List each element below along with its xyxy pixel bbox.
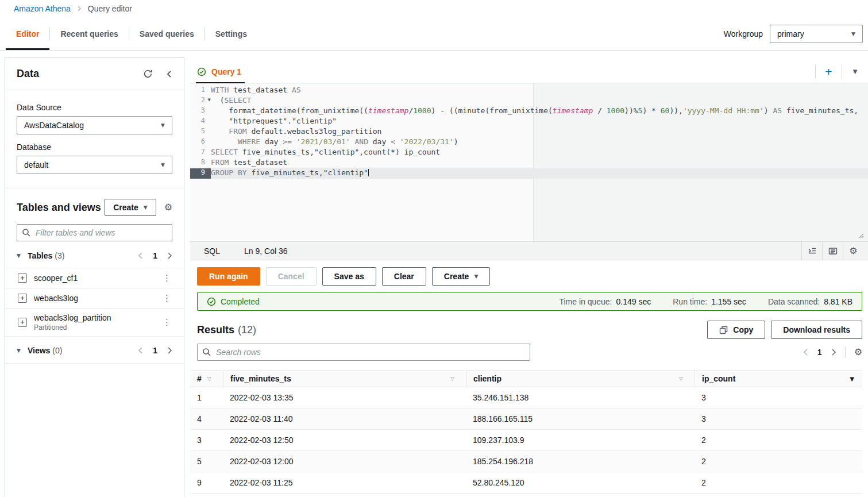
code-line-5[interactable]: 5 FROM default.webacls3log_partition xyxy=(190,127,868,137)
results-page-next-icon[interactable] xyxy=(831,348,836,356)
line-number: 9 xyxy=(190,168,211,179)
sql-code-editor[interactable]: 1WITH test_dataset AS2▼ (SELECT3 format_… xyxy=(190,83,868,241)
download-results-button[interactable]: Download results xyxy=(771,321,862,339)
data-source-value: AwsDataCatalog xyxy=(24,121,84,130)
copy-button[interactable]: Copy xyxy=(707,321,765,339)
code-line-6[interactable]: 6 WHERE day >= '2021/03/01' AND day < '2… xyxy=(190,137,868,148)
search-icon xyxy=(202,348,211,357)
search-rows-input[interactable] xyxy=(197,344,530,361)
code-text: WHERE day >= '2021/03/01' AND day < '202… xyxy=(211,137,458,148)
gear-icon[interactable]: ⚙ xyxy=(164,203,172,212)
query-success-icon xyxy=(197,67,206,76)
refresh-icon[interactable] xyxy=(143,69,153,79)
data-source-select[interactable]: AwsDataCatalog ▼ xyxy=(17,116,172,134)
views-section-count: (0) xyxy=(52,346,62,355)
run-again-button[interactable]: Run again xyxy=(197,267,260,286)
table-cell: 2022-02-03 13:35 xyxy=(223,387,466,408)
table-list-item[interactable]: +scooper_cf1⋮ xyxy=(5,268,184,288)
tab-list-dropdown-button[interactable]: ▼ xyxy=(842,60,868,83)
new-query-tab-button[interactable]: + xyxy=(816,60,842,83)
code-line-1[interactable]: 1WITH test_dataset AS xyxy=(190,86,868,96)
code-line-8[interactable]: 8FROM test_dataset xyxy=(190,158,868,168)
tab-recent-queries[interactable]: Recent queries xyxy=(50,17,128,50)
data-panel: Data Data Source AwsDataCatalog ▼ Databa… xyxy=(5,57,184,497)
cancel-button[interactable]: Cancel xyxy=(266,267,317,286)
clear-button[interactable]: Clear xyxy=(382,267,426,286)
query-tab[interactable]: Query 1 xyxy=(190,60,252,83)
sort-icon[interactable]: ▽ xyxy=(207,376,211,382)
page-prev-icon[interactable] xyxy=(138,346,144,355)
tables-section-header[interactable]: ▼ Tables (3) 1 xyxy=(17,251,172,260)
column-header-num[interactable]: #▽ xyxy=(190,371,223,387)
page-next-icon[interactable] xyxy=(167,252,172,260)
save-as-button[interactable]: Save as xyxy=(322,267,376,286)
format-query-icon[interactable] xyxy=(801,242,822,260)
table-cell: 1 xyxy=(190,387,223,408)
code-line-2[interactable]: 2▼ (SELECT xyxy=(190,96,868,106)
tables-views-header: Tables and views Create ▼ ⚙ xyxy=(17,199,172,216)
database-select[interactable]: default ▼ xyxy=(17,156,172,174)
table-name: webacls3log_partition xyxy=(34,313,111,322)
breadcrumb-root-link[interactable]: Amazon Athena xyxy=(14,4,71,13)
kebab-menu-icon[interactable]: ⋮ xyxy=(160,317,173,328)
expand-table-icon[interactable]: + xyxy=(18,318,27,327)
data-panel-header: Data xyxy=(5,58,184,90)
results-header: Results (12) Copy Download results xyxy=(197,321,862,339)
create-dropdown-button[interactable]: Create ▼ xyxy=(432,267,491,286)
workgroup-value: primary xyxy=(777,29,804,38)
chevron-down-icon: ▼ xyxy=(161,122,165,128)
table-list-item[interactable]: +webacls3log_partitionPartitioned⋮ xyxy=(5,308,184,337)
table-name-block: scooper_cf1 xyxy=(34,273,78,283)
tab-editor[interactable]: Editor xyxy=(6,17,49,50)
code-line-7[interactable]: 7SELECT five_minutes_ts,"clientip",count… xyxy=(190,148,868,158)
sort-icon[interactable]: ▼ xyxy=(850,376,854,382)
column-header-ip_count[interactable]: ip_count▼ xyxy=(695,371,862,387)
workgroup-control: Workgroup primary ▼ xyxy=(724,17,863,50)
code-text: FROM test_dataset xyxy=(211,158,287,168)
workgroup-select[interactable]: primary ▼ xyxy=(770,25,863,43)
chevron-down-icon: ▼ xyxy=(853,68,858,75)
sort-icon[interactable]: ▽ xyxy=(450,376,454,382)
collapse-panel-icon[interactable] xyxy=(165,70,172,79)
kebab-menu-icon[interactable]: ⋮ xyxy=(160,273,173,283)
minimap-icon[interactable] xyxy=(822,242,843,260)
expand-table-icon[interactable]: + xyxy=(18,294,27,303)
tab-settings[interactable]: Settings xyxy=(205,17,257,50)
page-next-icon[interactable] xyxy=(167,346,172,355)
results-page-prev-icon[interactable] xyxy=(803,348,809,356)
top-strip: Amazon Athena Query editor xyxy=(0,0,868,17)
column-header-clientip[interactable]: clientip▽ xyxy=(466,371,695,387)
column-header-five_minutes_ts[interactable]: five_minutes_ts▽ xyxy=(223,371,466,387)
code-line-4[interactable]: 4 "httprequest"."clientip" xyxy=(190,117,868,127)
table-cell: 9 xyxy=(190,472,223,493)
content: Data Data Source AwsDataCatalog ▼ Databa… xyxy=(0,51,868,497)
fold-caret-icon[interactable]: ▼ xyxy=(208,98,211,102)
column-label: five_minutes_ts xyxy=(230,374,291,383)
editor-language: SQL xyxy=(204,246,220,256)
create-table-button[interactable]: Create ▼ xyxy=(105,199,156,216)
section-collapse-icon[interactable]: ▼ xyxy=(17,253,21,259)
table-list-item[interactable]: +webacls3log⋮ xyxy=(5,288,184,308)
sort-icon[interactable]: ▽ xyxy=(679,376,683,382)
divider xyxy=(845,346,846,358)
code-line-3[interactable]: 3 format_datetime(from_unixtime((timesta… xyxy=(190,106,868,117)
tables-page-number: 1 xyxy=(153,251,157,260)
code-text: GROUP BY five_minutes_ts,"clientip" xyxy=(211,168,369,179)
database-label: Database xyxy=(17,142,172,152)
editor-settings-gear-icon[interactable]: ⚙ xyxy=(843,242,863,260)
filter-tables-input[interactable] xyxy=(17,224,172,241)
section-collapse-icon[interactable]: ▼ xyxy=(17,348,21,353)
kebab-menu-icon[interactable]: ⋮ xyxy=(160,293,173,303)
expand-table-icon[interactable]: + xyxy=(18,273,27,283)
results-settings-gear-icon[interactable]: ⚙ xyxy=(854,348,862,357)
results-title: Results xyxy=(197,324,234,336)
editor-resize-handle[interactable] xyxy=(857,232,864,238)
views-section-header[interactable]: ▼ Views (0) 1 xyxy=(17,346,172,355)
data-scanned-stat: Data scanned: 8.81 KB xyxy=(768,297,852,306)
table-cell: 4 xyxy=(190,409,223,429)
tab-saved-queries[interactable]: Saved queries xyxy=(129,17,205,50)
line-number: 7 xyxy=(190,148,211,158)
page-prev-icon[interactable] xyxy=(138,252,144,260)
query-actions: Run again Cancel Save as Clear Create ▼ xyxy=(197,267,868,286)
code-line-9[interactable]: 9GROUP BY five_minutes_ts,"clientip" xyxy=(190,168,868,179)
